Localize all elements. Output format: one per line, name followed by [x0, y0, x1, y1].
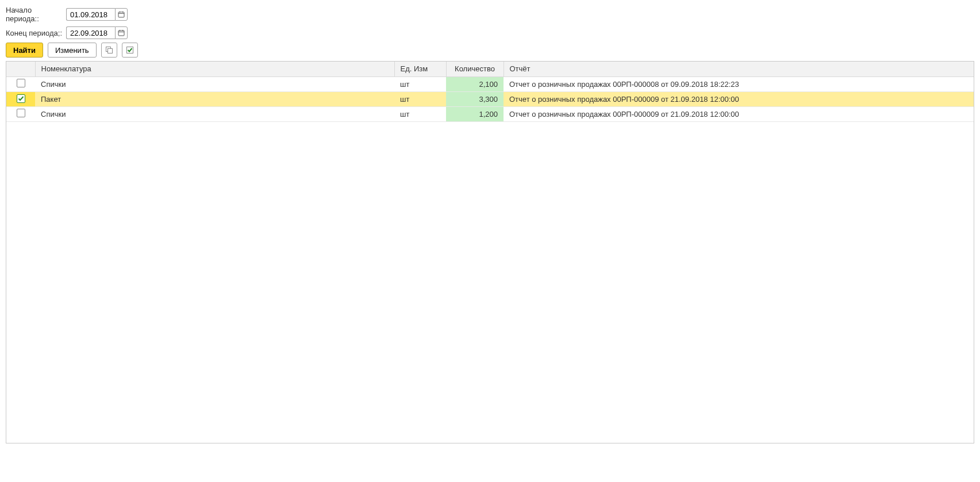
calendar-icon: [118, 29, 125, 36]
table-header-row: Номенклатура Ед. Изм Количество Отчёт: [6, 62, 974, 76]
header-quantity[interactable]: Количество: [446, 62, 504, 76]
svg-rect-9: [107, 49, 112, 53]
toolbar: Найти Изменить: [6, 43, 974, 58]
uncheck-all-button[interactable]: [101, 43, 117, 58]
row-check-cell: [6, 76, 35, 91]
row-nomenclature: Пакет: [35, 91, 394, 106]
find-button[interactable]: Найти: [6, 43, 43, 58]
svg-rect-0: [118, 12, 124, 17]
checkbox-empty-icon: [105, 46, 113, 54]
header-unit[interactable]: Ед. Изм: [394, 62, 446, 76]
period-start-label: Начало периода::: [6, 6, 66, 23]
period-end-calendar-button[interactable]: [115, 26, 128, 39]
row-nomenclature: Спички: [35, 76, 394, 91]
period-end-row: Конец периода;:: [6, 26, 974, 39]
row-check-cell: [6, 106, 35, 121]
row-checkbox[interactable]: [17, 109, 25, 117]
row-report: Отчет о розничных продажах 00РП-000009 о…: [504, 106, 974, 121]
calendar-icon: [118, 11, 125, 18]
check-icon: [18, 95, 24, 102]
table-row[interactable]: Спичкишт2,100Отчет о розничных продажах …: [6, 76, 974, 91]
checkbox-checked-icon: [126, 46, 134, 54]
row-checkbox[interactable]: [17, 94, 25, 103]
row-quantity: 2,100: [446, 76, 504, 91]
row-checkbox[interactable]: [17, 79, 25, 87]
row-report: Отчет о розничных продажах 00РП-000009 о…: [504, 91, 974, 106]
data-table: Номенклатура Ед. Изм Количество Отчёт Сп…: [6, 62, 974, 122]
period-start-row: Начало периода::: [6, 6, 974, 23]
change-button[interactable]: Изменить: [48, 43, 97, 58]
row-unit: шт: [394, 106, 446, 121]
data-table-container: Номенклатура Ед. Изм Количество Отчёт Сп…: [6, 61, 974, 443]
check-all-button[interactable]: [122, 43, 138, 58]
header-check[interactable]: [6, 62, 35, 76]
period-end-label: Конец периода;:: [6, 29, 66, 37]
header-nomenclature[interactable]: Номенклатура: [35, 62, 394, 76]
period-start-input[interactable]: [66, 8, 115, 21]
period-end-input[interactable]: [66, 26, 115, 39]
row-report: Отчет о розничных продажах 00РП-000008 о…: [504, 76, 974, 91]
row-unit: шт: [394, 91, 446, 106]
svg-rect-4: [118, 30, 124, 36]
header-report[interactable]: Отчёт: [504, 62, 974, 76]
table-row[interactable]: Спичкишт1,200Отчет о розничных продажах …: [6, 106, 974, 121]
row-quantity: 1,200: [446, 106, 504, 121]
row-quantity: 3,300: [446, 91, 504, 106]
row-nomenclature: Спички: [35, 106, 394, 121]
row-check-cell: [6, 91, 35, 106]
period-start-calendar-button[interactable]: [115, 8, 128, 21]
row-unit: шт: [394, 76, 446, 91]
table-row[interactable]: Пакетшт3,300Отчет о розничных продажах 0…: [6, 91, 974, 106]
